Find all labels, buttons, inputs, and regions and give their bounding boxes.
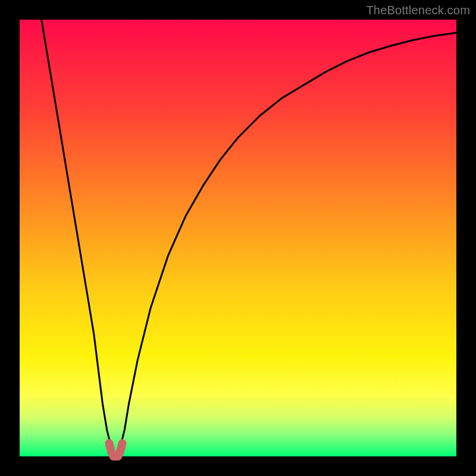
bottleneck-curve xyxy=(42,20,456,456)
min-marker xyxy=(109,443,123,456)
watermark-text: TheBottleneck.com xyxy=(366,4,470,17)
chart-frame: TheBottleneck.com xyxy=(0,0,476,476)
plot-area xyxy=(20,20,456,456)
curve-layer xyxy=(20,20,456,456)
